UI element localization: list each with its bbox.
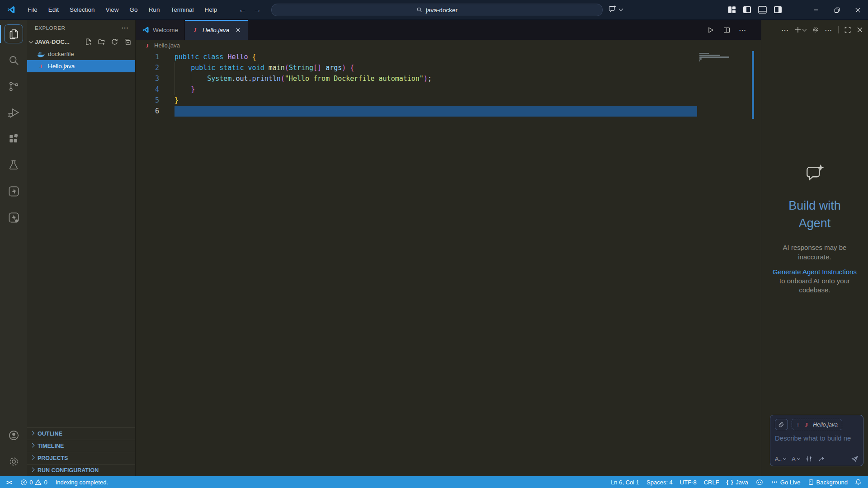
agent-mode-picker[interactable]: A..	[775, 456, 786, 462]
redirect-arrow-icon[interactable]	[818, 456, 826, 462]
menu-help[interactable]: Help	[199, 4, 222, 15]
maximize-panel-icon[interactable]	[844, 27, 851, 33]
close-window-button[interactable]	[847, 0, 868, 20]
toggle-secondary-sidebar-icon[interactable]	[774, 6, 782, 14]
language-mode[interactable]: { }Java	[726, 479, 748, 486]
menu-go[interactable]: Go	[125, 4, 143, 15]
chat-input-box[interactable]: + J Hello.java Describe what to build ne…	[770, 415, 863, 466]
new-file-icon[interactable]	[85, 38, 92, 46]
chat-settings-gear-icon[interactable]	[812, 26, 819, 33]
indentation-status[interactable]: Spaces: 4	[646, 479, 673, 486]
cursor-position[interactable]: Ln 6, Col 1	[611, 479, 639, 486]
editor-more-actions-icon[interactable]: ···	[739, 27, 746, 33]
file-tree: dockerfileJHello.java	[27, 48, 135, 72]
send-button-icon[interactable]	[851, 455, 859, 463]
section-timeline[interactable]: TIMELINE	[27, 440, 135, 452]
java-file-icon: J	[37, 63, 45, 70]
code-line[interactable]: }	[175, 95, 761, 106]
line-number: 2	[136, 62, 159, 73]
notifications-bell-icon[interactable]	[855, 479, 862, 486]
menu-run[interactable]: Run	[144, 4, 165, 15]
toggle-sidebar-icon[interactable]	[743, 6, 751, 14]
background-task-status[interactable]: Background	[808, 479, 848, 486]
code-line[interactable]: }	[175, 84, 761, 95]
copilot-status-icon[interactable]	[755, 479, 764, 486]
refresh-icon[interactable]	[111, 38, 118, 46]
status-message: Indexing completed.	[56, 479, 108, 486]
testing-icon[interactable]	[0, 152, 27, 178]
history-forward-button[interactable]: →	[254, 5, 261, 14]
chat-panel-header: ··· ···	[761, 20, 868, 40]
workspace-folder-label: JAVA-DOC...	[35, 38, 70, 45]
source-control-icon[interactable]	[0, 73, 27, 99]
file-item-hello-java[interactable]: JHello.java	[27, 60, 135, 72]
toggle-panel-icon[interactable]	[758, 6, 767, 14]
code-line[interactable]	[175, 106, 761, 117]
file-item-dockerfile[interactable]: dockerfile	[27, 48, 135, 60]
chevron-right-icon	[30, 443, 35, 448]
menu-view[interactable]: View	[101, 4, 124, 15]
chat-input-placeholder[interactable]: Describe what to build ne	[775, 434, 859, 442]
remote-indicator[interactable]: ><	[6, 479, 11, 486]
copilot-chat-button[interactable]	[608, 5, 623, 14]
tab-label: Hello.java	[203, 27, 229, 33]
line-number: 4	[136, 84, 159, 95]
search-view-icon[interactable]	[0, 47, 27, 73]
menu-edit[interactable]: Edit	[43, 4, 64, 15]
extensions-icon[interactable]	[0, 126, 27, 152]
brackets-icon: { }	[726, 479, 734, 485]
tab-welcome[interactable]: Welcome	[136, 20, 185, 40]
custom-extension-icon-1[interactable]	[0, 178, 27, 204]
custom-extension-icon-2[interactable]	[0, 204, 27, 230]
explorer-icon[interactable]	[0, 21, 27, 47]
section-projects[interactable]: PROJECTS	[27, 452, 135, 464]
settings-gear-icon[interactable]	[0, 448, 27, 474]
command-center-search[interactable]: java-docker	[271, 4, 603, 16]
split-editor-icon[interactable]	[723, 26, 731, 34]
menu-file[interactable]: File	[23, 4, 42, 15]
customize-layout-icon[interactable]	[728, 6, 736, 14]
chat-more-actions-icon[interactable]: ···	[825, 27, 832, 33]
copilot-chat-panel: ··· ··· Build with Agent AI responses ma…	[761, 20, 868, 476]
chat-history-icon[interactable]: ···	[782, 27, 789, 33]
workspace-folder-row[interactable]: JAVA-DOC...	[27, 36, 135, 48]
minimap-line	[699, 56, 729, 58]
attach-context-button[interactable]	[775, 419, 788, 430]
section-outline[interactable]: OUTLINE	[27, 427, 135, 440]
minimize-button[interactable]	[806, 0, 826, 20]
attached-file-chip[interactable]: + J Hello.java	[792, 419, 842, 430]
code-line[interactable]: System.out.println("Hello from Dockerfil…	[175, 73, 761, 84]
code-line[interactable]: public class Hello {	[175, 52, 761, 62]
model-picker[interactable]: A	[792, 456, 799, 462]
close-tab-icon[interactable]	[235, 27, 241, 33]
restore-button[interactable]	[826, 0, 847, 20]
go-live-button[interactable]: Go Live	[771, 479, 801, 486]
minimap[interactable]	[699, 53, 732, 64]
menu-selection[interactable]: Selection	[65, 4, 100, 15]
generate-agent-instructions-link[interactable]: Generate Agent Instructions	[773, 268, 857, 276]
breadcrumb[interactable]: J Hello.java	[136, 40, 761, 51]
overview-ruler-decoration	[752, 51, 754, 119]
section-run-configuration[interactable]: RUN CONFIGURATION	[27, 464, 135, 476]
close-panel-icon[interactable]	[857, 27, 863, 33]
run-file-icon[interactable]	[707, 26, 714, 34]
tools-icon[interactable]	[806, 455, 812, 462]
problems-status[interactable]: 0 0	[20, 479, 47, 486]
collapse-all-icon[interactable]	[124, 38, 132, 46]
section-label: PROJECTS	[38, 455, 68, 461]
menu-terminal[interactable]: Terminal	[165, 4, 198, 15]
minimap-line	[699, 60, 700, 61]
run-and-debug-icon[interactable]	[0, 99, 27, 126]
new-folder-icon[interactable]	[98, 38, 105, 46]
eol-status[interactable]: CRLF	[704, 479, 719, 486]
code-editor[interactable]: 123456 public class Hello { public stati…	[136, 51, 761, 476]
explorer-more-actions-icon[interactable]: ···	[122, 24, 129, 31]
attached-file-name: Hello.java	[813, 422, 838, 428]
new-chat-button[interactable]	[795, 27, 806, 33]
history-back-button[interactable]: ←	[239, 5, 246, 14]
accounts-icon[interactable]	[0, 422, 27, 448]
code-line[interactable]: public static void main(String[] args) {	[175, 62, 761, 73]
tab-hello-java[interactable]: JHello.java	[185, 20, 248, 40]
ai-disclaimer: AI responses may be inaccurate.	[776, 243, 853, 262]
encoding-status[interactable]: UTF-8	[680, 479, 697, 486]
